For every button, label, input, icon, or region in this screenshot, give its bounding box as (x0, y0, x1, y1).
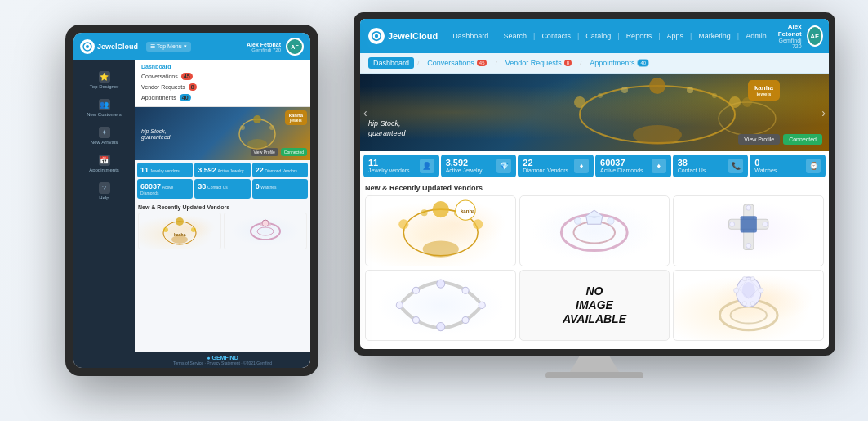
tab-appointments[interactable]: Appointments 40 (585, 57, 654, 69)
monitor-nav-dashboard[interactable]: Dashboard (452, 32, 488, 40)
tablet-logo-text: JewelCloud (97, 43, 138, 51)
jewelcloud-logo-icon (80, 39, 95, 54)
monitor-stat-num-jewelry-vendors: 11 (368, 159, 410, 168)
monitor-nav-contacts[interactable]: Contacts (541, 32, 571, 40)
monitor-device: JewelCloud Dashboard | Search | Contacts… (354, 12, 835, 356)
new-arrivals-icon: ✦ (99, 127, 110, 138)
tab-vendor-requests[interactable]: Vendor Requests 8 (501, 57, 576, 69)
monitor-nav-marketing[interactable]: Marketing (698, 32, 731, 40)
tablet-vendors-section: New & Recently Updated Vendors kanha (135, 201, 310, 249)
svg-point-3 (253, 115, 261, 123)
tablet-gemfind-logo: ● GEMFIND (140, 355, 305, 361)
monitor-stat-info-watches: 0 Watches (754, 159, 777, 173)
stat-num-watches: 0 (256, 182, 260, 190)
nav-item-vendor-requests: Vendor Requests 8 (141, 82, 304, 92)
monitor-nav-search[interactable]: Search (504, 32, 527, 40)
monitor-nav-catalog[interactable]: Catalog (585, 32, 611, 40)
svg-point-5 (240, 125, 245, 130)
tablet-user-name: Alex Fetonat (247, 42, 281, 47)
tablet-footer: ● GEMFIND Terms of Service · Privacy Sta… (135, 352, 310, 368)
monitor-stat-lbl-watches: Watches (754, 168, 777, 173)
monitor-vendor-name: kanha (754, 84, 773, 92)
svg-point-16 (260, 223, 263, 226)
monitor-user-name: Alex Fetonat (773, 23, 802, 38)
monitor-vendor-card-bracelet[interactable] (365, 270, 516, 341)
svg-point-23 (574, 96, 585, 108)
monitor-view-profile-button[interactable]: View Profile (738, 134, 780, 145)
monitor-stat-lbl-active-diamonds: Active Diamonds (600, 168, 643, 173)
monitor-nav-admin[interactable]: Admin (746, 32, 767, 40)
svg-point-41 (574, 222, 615, 243)
tablet-stats-grid: 11 Jewelry vendors 3,592 Active Jewelry … (135, 160, 310, 201)
monitor-stat-icon-jewelry: 👤 (420, 159, 434, 173)
sidebar-label-appointments: Appointments (89, 168, 119, 172)
svg-point-56 (462, 287, 469, 293)
tab-conversations[interactable]: Conversations 45 (422, 57, 492, 69)
monitor-nav-reports[interactable]: Reports (626, 32, 652, 40)
monitor-header: JewelCloud Dashboard | Search | Contacts… (360, 19, 829, 53)
hero-next-button[interactable]: › (821, 106, 826, 119)
svg-point-34 (473, 219, 483, 229)
hero-prev-button[interactable]: ‹ (363, 106, 367, 119)
sidebar-item-top-designer[interactable]: ⭐ Top Designer (73, 67, 135, 93)
monitor-vendor-card-kanha[interactable]: kanha (365, 195, 516, 266)
kanha-card-svg: kanha (370, 198, 512, 264)
monitor-stat-contact-us: 38 Contact Us 📞 (673, 155, 749, 177)
tablet-hero-overlay: hip Stock, guaranteed kanha jewels View … (135, 107, 310, 160)
tablet-vendor-card-kanha[interactable]: kanha (138, 213, 221, 249)
nav-dashboard[interactable]: Dashboard (141, 64, 304, 69)
svg-point-24 (633, 125, 682, 145)
tablet-vendor-card-ring[interactable] (224, 213, 307, 249)
tablet-sidebar: ⭐ Top Designer 👥 New Customers ✦ New Arr… (73, 60, 135, 368)
stat-active-jewelry: 3,592 Active Jewelry (194, 163, 250, 177)
monitor-vendor-card-cross[interactable] (673, 195, 824, 266)
monitor-stat-active-jewelry: 3,592 Active Jewelry 💎 (441, 155, 517, 177)
sidebar-label-top-designer: Top Designer (90, 84, 118, 89)
svg-text:kanha: kanha (174, 232, 186, 237)
appointments-badge: 40 (180, 94, 191, 101)
no-image-text: NOIMAGEAVAILABLE (563, 284, 626, 325)
top-designer-icon: ⭐ (99, 71, 110, 83)
tablet-footer-links: Terms of Service · Privacy Statement · ©… (140, 361, 305, 365)
svg-point-17 (268, 223, 271, 226)
tablet-content: hip Stock, guaranteed kanha jewels View … (135, 107, 310, 352)
sidebar-item-appointments[interactable]: 📅 Appointments (73, 150, 135, 177)
svg-point-58 (462, 317, 469, 324)
svg-point-60 (412, 317, 419, 324)
svg-point-49 (746, 205, 751, 210)
stat-lbl-jewelry-vendors: Jewelry vendors (150, 168, 180, 173)
stat-lbl-active-jewelry: Active Jewelry (218, 168, 244, 173)
appointments-icon: 📅 (99, 155, 110, 166)
monitor-stat-lbl-active-jewelry: Active Jewelry (446, 168, 483, 173)
monitor-nav-apps[interactable]: Apps (666, 32, 683, 40)
sidebar-item-help[interactable]: ? Help (73, 178, 135, 204)
monitor-vendors-section: New & Recently Updated Vendors (360, 181, 829, 349)
monitor-hero-buttons: View Profile Connected (738, 134, 822, 145)
tablet-menu-button[interactable]: ☰ Top Menu ▾ (146, 42, 191, 52)
monitor-user: Alex Fetonat Gemfindj 720 AF (773, 23, 823, 49)
svg-point-53 (396, 302, 403, 308)
svg-point-72 (742, 277, 746, 281)
sidebar-item-new-arrivals[interactable]: ✦ New Arrivals (73, 123, 135, 149)
svg-point-35 (422, 241, 458, 258)
monitor-vendor-card-no-image[interactable]: NOIMAGEAVAILABLE (519, 270, 670, 341)
tablet-screen: JewelCloud ☰ Top Menu ▾ Alex Fetonat Gem… (73, 33, 310, 368)
tablet-connected-button[interactable]: Connected (281, 148, 307, 156)
tablet-user-info: Alex Fetonat Gemfindj 720 (247, 42, 281, 52)
tab-dashboard[interactable]: Dashboard (368, 57, 414, 69)
monitor-vendor-card-ring[interactable] (519, 195, 670, 266)
monitor-screen: JewelCloud Dashboard | Search | Contacts… (360, 19, 829, 349)
monitor-body: hip Stock, guaranteed kanha jewels View … (360, 74, 829, 349)
monitor-vendor-card-solitaire[interactable] (673, 270, 824, 341)
monitor-vendor-badge: kanha jewels (748, 80, 780, 101)
tablet-kanha-jewelry-svg: kanha (158, 215, 203, 248)
stat-num-diamond-vendors: 22 (256, 166, 264, 174)
monitor-connected-button[interactable]: Connected (783, 134, 822, 145)
monitor-user-sub: Gemfindj 720 (773, 38, 802, 49)
tablet-vendors-title: New & Recently Updated Vendors (138, 204, 307, 210)
monitor-stat-watches: 0 Watches ⌚ (750, 155, 826, 177)
stat-diamond-vendors: 22 Diamond Vendors (252, 163, 308, 177)
solitaire-card-svg (678, 272, 820, 338)
sidebar-item-new-customers[interactable]: 👥 New Customers (73, 95, 135, 121)
stat-lbl-watches: Watches (260, 185, 276, 190)
